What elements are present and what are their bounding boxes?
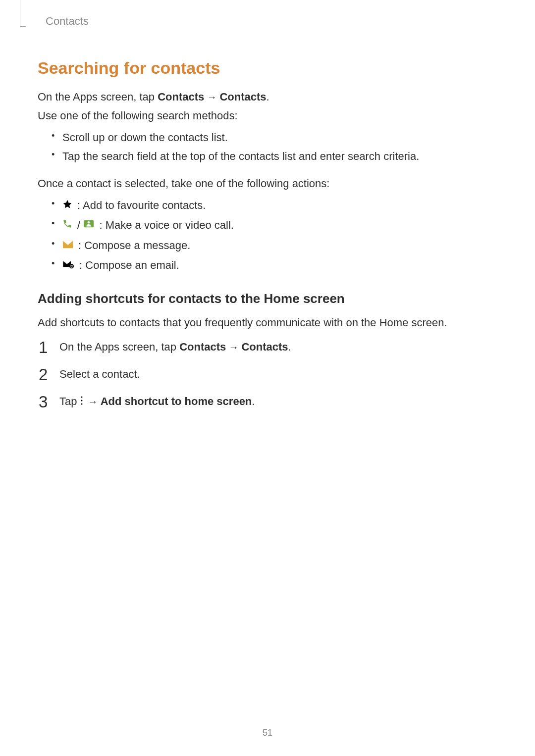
actions-list: : Add to favourite contacts. / : Make a …: [38, 196, 497, 276]
list-item: Tap the search field at the top of the c…: [52, 147, 497, 165]
text: : Compose an email.: [76, 259, 179, 271]
text: .: [288, 341, 291, 353]
svg-point-5: [81, 397, 82, 398]
step-number: 1: [39, 335, 48, 361]
text: On the Apps screen, tap: [59, 341, 179, 353]
svg-point-7: [81, 403, 82, 405]
breadcrumb: Contacts: [46, 15, 89, 28]
bold-text: Contacts: [219, 91, 266, 103]
video-call-icon: [83, 216, 94, 234]
step-item: 2 Select a contact.: [38, 365, 497, 383]
text: : Add to favourite contacts.: [74, 199, 206, 211]
message-icon: [62, 236, 73, 254]
step-number: 3: [39, 389, 48, 415]
sub-intro: Add shortcuts to contacts that you frequ…: [38, 314, 497, 331]
arrow-text: →: [226, 342, 241, 353]
text: .: [267, 91, 269, 103]
text: Tap: [59, 395, 80, 407]
bold-text: Contacts: [241, 341, 288, 353]
content-area: Searching for contacts On the Apps scree…: [38, 19, 497, 411]
methods-list: Scroll up or down the contacts list. Tap…: [38, 128, 497, 165]
text: : Make a voice or video call.: [96, 219, 234, 231]
svg-point-1: [88, 221, 90, 224]
text: Select a contact.: [59, 368, 140, 380]
svg-point-6: [81, 400, 82, 402]
star-icon: [62, 196, 72, 214]
step-number: 2: [39, 362, 48, 388]
steps-list: 1 On the Apps screen, tap Contacts → Con…: [38, 338, 497, 412]
intro-line-1: On the Apps screen, tap Contacts → Conta…: [38, 89, 497, 105]
phone-icon: [62, 216, 72, 234]
email-icon: @: [62, 256, 74, 274]
bold-text: Contacts: [179, 341, 226, 353]
more-options-icon: [80, 393, 83, 410]
bold-text: Add shortcut to home screen: [101, 395, 252, 407]
text: On the Apps screen, tap: [38, 91, 158, 103]
bold-text: Contacts: [158, 91, 204, 103]
list-item: : Add to favourite contacts.: [52, 196, 497, 216]
actions-intro: Once a contact is selected, take one of …: [38, 175, 497, 192]
subheading: Adding shortcuts for contacts to the Hom…: [38, 291, 497, 306]
header-tab-line: [20, 0, 26, 27]
document-page: Contacts Searching for contacts On the A…: [0, 0, 535, 756]
arrow-text: →: [204, 92, 219, 102]
intro-line-2: Use one of the following search methods:: [38, 107, 497, 124]
list-item: / : Make a voice or video call.: [52, 216, 497, 236]
text: : Compose a message.: [75, 239, 190, 252]
step-item: 1 On the Apps screen, tap Contacts → Con…: [38, 338, 497, 355]
list-item: Scroll up or down the contacts list.: [52, 128, 497, 147]
step-item: 3 Tap → Add shortcut to home screen.: [38, 393, 497, 411]
text: /: [74, 219, 83, 231]
list-item: : Compose a message.: [52, 236, 497, 256]
page-number: 51: [0, 728, 535, 738]
svg-text:@: @: [70, 265, 73, 268]
text: .: [252, 395, 255, 407]
list-item: @ : Compose an email.: [52, 256, 497, 276]
section-title: Searching for contacts: [38, 58, 497, 78]
arrow-text: →: [85, 396, 101, 407]
